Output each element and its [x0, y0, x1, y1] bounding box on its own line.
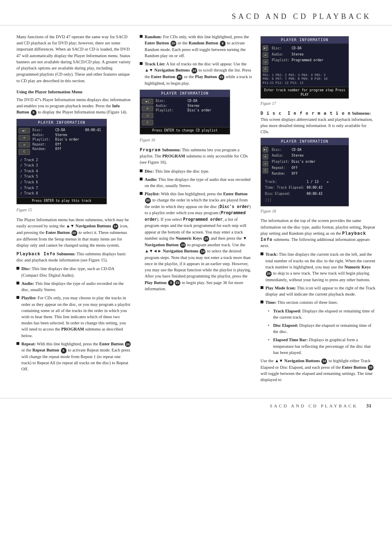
pi-icon-vol17: ▶|	[263, 45, 268, 51]
play-btn-23: 23	[175, 280, 180, 286]
pi-status-fig16: Press ENTER to change CD playlist	[140, 127, 230, 134]
section1-heading: Using the Player Information Menu	[16, 89, 131, 95]
bullet-track-elapsed: • Track Elapsed: Displays the elapsed or…	[268, 308, 376, 320]
bullet-time-right: Time: This section consists of three lin…	[261, 299, 376, 305]
pi-icon-c17: C	[263, 66, 268, 72]
bullet-disc-elapsed: • Disc Elapsed: Displays the elapsed or …	[268, 322, 376, 335]
pi-title-fig17: PLAYER INFORMATION	[261, 37, 348, 44]
right-info-body: The information at the top of the screen…	[261, 217, 376, 249]
repeat-btn-r: 6	[61, 348, 67, 354]
bullet-square-icon	[16, 282, 19, 284]
bullet-playmode-right: Play Mode Icon: This icon will appear to…	[261, 285, 376, 297]
program-submenu-heading: Program Submenu: This submenu lets you p…	[140, 147, 252, 166]
bullet-repeat-left: Repeat: With this line highlighted, pres…	[16, 341, 131, 372]
pi-icon-rep18: ↺	[263, 161, 268, 166]
pi-title-fig18: PLAYER INFORMATION	[261, 138, 348, 145]
pi-description: The Player Information menu has three su…	[16, 217, 131, 248]
left-column: Many functions of the DVD 47 operate the…	[16, 34, 131, 386]
bullet-square-icon	[140, 169, 143, 172]
pi-icons-fig16: ▶| ⇄ ↺ C	[142, 99, 153, 126]
nav-btn-bottom: 14	[321, 358, 327, 364]
pi-icon-rep17: ↺	[263, 59, 268, 65]
bullet-square-icon	[16, 296, 19, 299]
pi-icon-c16: C	[142, 120, 153, 125]
pi-icon-volume: ▶|	[18, 128, 30, 134]
pi-status-fig17: Enter track number for program step Pres…	[261, 87, 348, 98]
main-content: Many functions of the DVD 47 operate the…	[0, 25, 392, 394]
bullet-random-mid: Random: For CDs only, with this line hig…	[140, 34, 252, 59]
info-button-icon: 9	[31, 110, 37, 116]
bullet-square-icon	[261, 286, 263, 289]
nav-btn-pl: 14	[180, 242, 186, 248]
pi-content-fig18: ▶| ⇄ ↺ C Disc:CD-DA Audio:Stereo Playlis…	[261, 145, 348, 206]
pi-icon-c18: C	[263, 168, 268, 173]
pi-icon-repeat: ↺	[18, 142, 30, 148]
pi-title-fig16: PLAYER INFORMATION	[140, 90, 230, 97]
pi-body-fig16: ▶| ⇄ ↺ C Disc:CD-DA Audio:Stereo Playlis…	[140, 97, 230, 127]
bullet-square-icon	[261, 301, 263, 303]
fig16-caption: Figure 16	[140, 138, 252, 143]
nav-btn-icon1: 14	[113, 224, 118, 229]
middle-column: Random: For CDs only, with this line hig…	[140, 34, 252, 386]
bullet-square-icon	[140, 35, 143, 38]
pi-icon-rep16: ↺	[142, 113, 153, 118]
figure15-player-info: PLAYER INFORMATION ▶| ⇄ ↺ C Disc:CD-DA00…	[16, 119, 107, 204]
pi-icon-vol18: ▶|	[263, 147, 268, 153]
play-btn-tl: 23	[219, 74, 224, 80]
header-title: SACD AND CD PLAYBACK	[232, 12, 371, 21]
bottom-text: Use the ▲▼ Navigation Buttons 14 to high…	[261, 358, 376, 383]
bullet-playlist-left: Playlist: For CDs only, you may choose t…	[16, 295, 131, 339]
pi-title-fig15: PLAYER INFORMATION	[17, 119, 106, 126]
pi-icon-mode: C	[18, 149, 30, 155]
enter-btn-pl: 20	[145, 198, 151, 204]
page-footer: SACD AND CD PLAYBACK 31	[0, 398, 392, 413]
bullet-square-icon	[16, 267, 19, 270]
bullet-square-icon	[261, 252, 263, 255]
page-header: SACD AND CD PLAYBACK	[0, 0, 392, 25]
bullet-square-icon	[140, 62, 143, 65]
enter-btn-bottom: 20	[368, 365, 374, 370]
bullet-audio-left: Audio: This line displays the type of au…	[16, 280, 131, 293]
pi-icon-rnd16: ⇄	[142, 106, 153, 111]
footer-text: SACD AND CD PLAYBACK	[270, 403, 358, 408]
pi-icon-rnd18: ⇄	[263, 154, 268, 160]
pi-content-fig17: ▶| ⇄ ↺ C Disc:CD-DA Audio:Stereo Playlis…	[261, 44, 348, 87]
section1-body: The DVD 47's Player Information menu dis…	[16, 97, 131, 116]
pi-icon-rnd17: ⇄	[263, 52, 268, 58]
pi-status-fig15: Press ENTER to play this track	[17, 197, 106, 204]
random-btn: 8	[220, 41, 226, 46]
bullet-playlist-mid: Playlist: With this line highlighted, pr…	[140, 191, 252, 292]
pi-icons-fig15: ▶| ⇄ ↺ C	[18, 128, 30, 155]
nav-btn-tl: 14	[191, 68, 197, 74]
figure16-player-info: PLAYER INFORMATION ▶| ⇄ ↺ C Disc:CD-DA A…	[140, 90, 230, 134]
right-column: PLAYER INFORMATION ▶| ⇄ ↺ C Disc:CD-DA A…	[261, 34, 376, 386]
num-keys-r: 29	[266, 271, 272, 277]
footer-page: 31	[366, 402, 371, 409]
fig15-caption: Figure 15	[16, 208, 131, 213]
pi-info-table-fig15: Disc:CD-DA00:00:41 Audio:Stereo Playlist…	[32, 128, 105, 152]
pi-icon-vol16: ▶|	[142, 99, 153, 104]
pi-icon-random: ⇄	[18, 135, 30, 141]
fig18-caption: Figure 18	[261, 209, 376, 215]
intro-paragraph: Many functions of the DVD 47 operate the…	[16, 34, 131, 84]
pi-info-fig16: Disc:CD-DA Audio:Stereo Playlist:Disc's …	[155, 99, 228, 126]
playback-info-heading: Playback Info Submenu: This submenu disp…	[16, 251, 131, 263]
pi-tracks-fig17: P01: 1 P02: 2 P03: 3 P04: 4 P05: 5 P06: …	[263, 73, 347, 85]
bullet-audio-mid: Audio: This line displays the type of au…	[140, 176, 252, 189]
fig17-caption: Figure 17	[261, 101, 376, 107]
enter-btn-tl: 20	[177, 74, 182, 80]
bullet-square-icon	[16, 342, 19, 345]
bullet-square-icon	[140, 192, 143, 195]
bullet-square-icon	[140, 178, 143, 180]
figure18-player-info: PLAYER INFORMATION ▶| ⇄ ↺ C Disc:CD-DA A…	[261, 138, 349, 206]
play-btn-3: 3	[168, 280, 174, 286]
pi-info-fig15: Disc:CD-DA00:00:41 Audio:Stereo Playlist…	[32, 128, 105, 155]
bullet-disc-mid: Disc: This line displays the disc type.	[140, 168, 252, 174]
bullet-tracklist-mid: Track List: A list of tracks on the disc…	[140, 61, 252, 86]
time-subbullets: • Track Elapsed: Displays the elapsed or…	[268, 308, 376, 356]
numeric-keys-icon: 29	[203, 236, 209, 242]
bullet-elapsed-bar: • Elapsed Time Bar: Displays in graphica…	[268, 337, 376, 356]
enter-btn-icon1: 20	[71, 230, 77, 236]
pi-tracklist-fig15: ♪ Track 2 ♪ Track 3 ♪ Track 4 ♪ Track 5 …	[17, 157, 106, 197]
bullet-disc-left: Disc: This line displays the disc type, …	[16, 266, 131, 278]
